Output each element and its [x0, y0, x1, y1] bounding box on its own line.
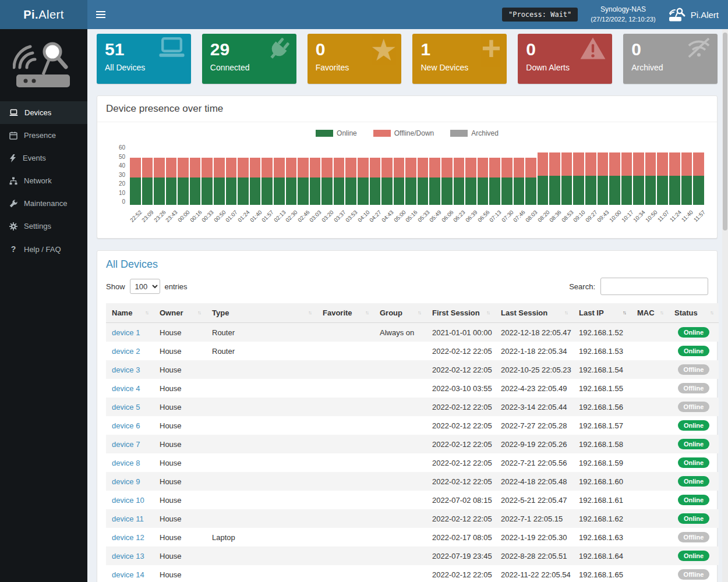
cell-type	[206, 435, 317, 453]
chart-bar	[214, 158, 225, 205]
chart-bar	[250, 158, 261, 205]
cell-last-session: 2022-8-28 22:05.51	[495, 546, 573, 565]
cell-name: device 14	[106, 565, 154, 582]
x-tick-label: 10:34	[632, 209, 646, 223]
chart-bar	[190, 158, 201, 205]
cell-owner: House	[154, 491, 206, 509]
device-name-link[interactable]: device 8	[112, 459, 140, 467]
x-tick-label: 05:49	[428, 209, 443, 223]
card-new-devices[interactable]: 1 New Devices +	[412, 34, 507, 84]
legend-item-archived: Archived	[450, 129, 499, 137]
wifi-slash-icon	[686, 37, 712, 61]
cell-owner: House	[154, 453, 206, 472]
x-tick-label: 10:50	[644, 209, 659, 223]
cell-owner: House	[154, 342, 206, 360]
device-name-link[interactable]: device 2	[112, 347, 140, 356]
device-name-link[interactable]: device 6	[112, 421, 140, 430]
y-tick-label: 40	[119, 162, 125, 169]
sidebar-item-maintenance[interactable]: Maintenance	[0, 192, 87, 215]
table-title: All Devices	[97, 251, 717, 272]
cell-status: Online	[669, 509, 719, 528]
sidebar-item-label: Network	[24, 176, 52, 185]
plus-icon: +	[481, 34, 501, 65]
router-search-icon	[669, 8, 686, 22]
sidebar-item-settings[interactable]: Settings	[0, 215, 87, 237]
process-status-badge: "Process: Wait"	[502, 8, 578, 22]
sidebar-item-presence[interactable]: Presence	[0, 124, 87, 147]
device-name-link[interactable]: device 4	[112, 384, 140, 393]
col-header-first-session[interactable]: First Session↑↓	[426, 303, 495, 323]
page-scrollbar[interactable]	[722, 29, 728, 582]
cell-owner: House	[154, 435, 206, 453]
plug-icon	[267, 37, 291, 63]
device-name-link[interactable]: device 9	[112, 477, 140, 486]
navbar-right: "Process: Wait" Synology-NAS (27/12/2022…	[502, 0, 728, 29]
x-tick-label: 08:53	[560, 209, 575, 223]
sidebar-item-events[interactable]: Events	[0, 147, 87, 169]
device-name-link[interactable]: device 7	[112, 440, 140, 449]
cell-first-session: 2022-02-12 22:05	[426, 472, 495, 491]
col-header-mac[interactable]: MAC↑↓	[631, 303, 669, 323]
entries-select[interactable]: 100	[130, 279, 160, 294]
sidebar-item-devices[interactable]: Devices	[0, 101, 87, 124]
col-header-favorite[interactable]: Favorite↑↓	[317, 303, 374, 323]
cell-group	[374, 342, 426, 360]
logo-rest: Alert	[38, 8, 64, 21]
cell-name: device 12	[106, 528, 154, 546]
col-header-last-ip[interactable]: Last IP↑↓	[573, 303, 631, 323]
chart-bars	[129, 144, 705, 205]
device-name-link[interactable]: device 3	[112, 365, 140, 374]
col-header-group[interactable]: Group↑↓	[374, 303, 426, 323]
sidebar-toggle-icon[interactable]	[87, 0, 114, 29]
device-name-link[interactable]: device 12	[112, 533, 144, 542]
device-row: device 1HouseRouterAlways on2021-01-01 0…	[106, 323, 719, 342]
x-tick-label: 04:10	[356, 209, 371, 223]
cell-type: Laptop	[206, 528, 317, 546]
card-down-alerts[interactable]: 0 Down Alerts	[518, 34, 612, 84]
sidebar-item-network[interactable]: Network	[0, 169, 87, 192]
chart-bar	[681, 152, 692, 205]
device-name-link[interactable]: device 14	[112, 570, 144, 579]
pialert-logo-icon	[0, 29, 87, 97]
col-header-type[interactable]: Type↑↓	[206, 303, 317, 323]
scrollbar-thumb[interactable]	[723, 33, 727, 230]
cell-favorite	[317, 379, 374, 398]
device-name-link[interactable]: device 13	[112, 552, 144, 560]
device-name-link[interactable]: device 11	[112, 514, 144, 523]
cell-owner: House	[154, 565, 206, 582]
cell-last-ip: 192.168.1.60	[573, 472, 631, 491]
col-header-name[interactable]: Name↑↓	[106, 303, 154, 323]
y-tick-label: 30	[119, 172, 125, 178]
chart-bar	[465, 158, 476, 205]
status-badge: Online	[678, 495, 709, 505]
status-badge: Online	[678, 513, 709, 524]
search-input[interactable]	[600, 278, 708, 295]
card-archived[interactable]: 0 Archived	[623, 34, 718, 84]
device-name-link[interactable]: device 5	[112, 403, 140, 411]
cell-last-session: 2022-12-18 22:05.47	[495, 323, 573, 342]
col-header-owner[interactable]: Owner↑↓	[154, 303, 206, 323]
app-logo[interactable]: Pi.Alert	[0, 0, 87, 29]
summary-cards: 51 All Devices 29 Connected 0 Favorites …	[97, 34, 718, 84]
cell-type	[206, 398, 317, 416]
chart-bar	[525, 158, 536, 205]
chart-bar	[381, 158, 393, 205]
calendar-icon	[9, 132, 17, 140]
col-header-last-session[interactable]: Last Session↑↓	[495, 303, 573, 323]
cell-status: Online	[669, 546, 719, 565]
cell-favorite	[317, 342, 374, 360]
col-header-status[interactable]: Status↑↓	[669, 303, 719, 323]
cell-group	[374, 509, 426, 528]
x-tick-label: 01:57	[260, 209, 275, 223]
device-name-link[interactable]: device 1	[112, 328, 140, 337]
card-all-devices[interactable]: 51 All Devices	[97, 34, 191, 84]
sidebar-item-help[interactable]: ? Help / FAQ	[0, 237, 87, 261]
card-label: Archived	[631, 63, 709, 72]
x-tick-label: 03:20	[320, 209, 335, 223]
top-navbar: Pi.Alert "Process: Wait" Synology-NAS (2…	[0, 0, 728, 29]
card-connected[interactable]: 29 Connected	[202, 34, 296, 84]
chart-bar	[130, 158, 141, 205]
card-favorites[interactable]: 0 Favorites ★	[308, 34, 402, 84]
device-name-link[interactable]: device 10	[112, 496, 144, 505]
x-tick-label: 05:33	[416, 209, 431, 223]
